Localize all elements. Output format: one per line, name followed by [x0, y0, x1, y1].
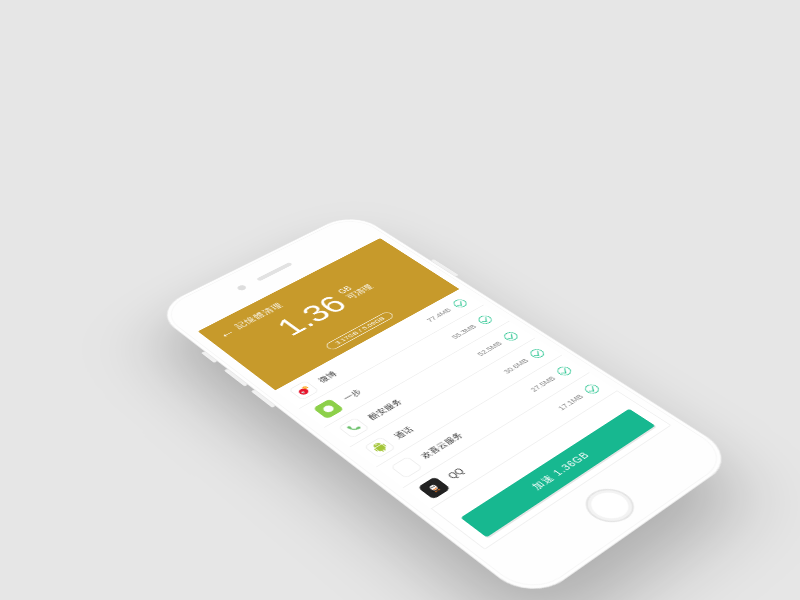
app-size: 17.1MB: [556, 393, 585, 412]
green-icon: [312, 398, 344, 419]
phone-mockup: ← 記憶體清理 1.36 GB 可清理 3.17GB / 5.09GB 微博77…: [152, 211, 740, 600]
checkbox-checked-icon[interactable]: [475, 314, 494, 326]
android-icon: [363, 436, 396, 458]
app-size: 55.3MB: [449, 323, 477, 340]
phone-speaker: [256, 262, 293, 281]
app-size: 77.4MB: [425, 307, 453, 323]
cloud-icon: •••: [390, 456, 423, 478]
clean-button-label: 加速 1.36GB: [529, 449, 593, 492]
front-camera: [236, 284, 248, 291]
qq-icon: [417, 476, 450, 499]
checkbox-checked-icon[interactable]: [450, 298, 469, 309]
app-size: 27.5MB: [528, 375, 557, 393]
call-icon: [337, 417, 369, 438]
app-size: 30.6MB: [501, 357, 530, 375]
weibo-icon: [288, 380, 319, 400]
amount-number: 1.36: [271, 292, 353, 339]
app-size: 52.5MB: [475, 340, 504, 357]
checkbox-checked-icon[interactable]: [554, 365, 574, 377]
checkbox-checked-icon[interactable]: [527, 347, 546, 359]
phone-body: ← 記憶體清理 1.36 GB 可清理 3.17GB / 5.09GB 微博77…: [152, 211, 740, 600]
checkbox-checked-icon[interactable]: [501, 330, 520, 342]
home-button[interactable]: [576, 482, 644, 529]
checkbox-checked-icon[interactable]: [582, 382, 602, 395]
